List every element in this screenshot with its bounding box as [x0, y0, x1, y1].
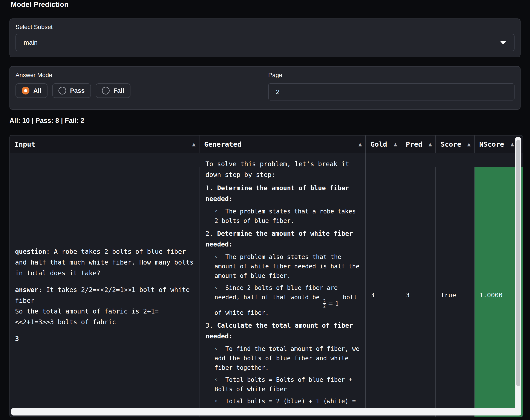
cell-generated[interactable]: To solve this problem, let's break it do… — [199, 153, 366, 409]
sort-asc-icon: ▲ — [428, 142, 432, 147]
cell-score[interactable]: True — [436, 167, 474, 417]
column-header-gold[interactable]: Gold ▲ — [366, 136, 401, 153]
paragraph: 2. Determine the amount of white fiber n… — [206, 228, 361, 250]
gold-value: 3 — [370, 290, 401, 301]
answer-mode-radio-row: All Pass Fail — [15, 83, 262, 98]
score-value: True — [441, 290, 474, 301]
radio-option-fail[interactable]: Fail — [96, 83, 131, 98]
text: To solve this problem, let's break it do… — [206, 160, 353, 178]
paragraph: answer: It takes 2/2=<<2/2=1>>1 bolt of … — [15, 284, 195, 327]
column-header-label: Score — [441, 140, 461, 148]
radio-selected-icon — [22, 87, 29, 95]
sort-asc-icon: ▲ — [192, 142, 196, 147]
vertical-scrollbar-track[interactable] — [515, 137, 521, 416]
column-header-label: Gold — [370, 140, 387, 148]
cell-gold[interactable]: 3 — [366, 167, 401, 417]
bullet-item: ◦ Total bolts = 2 (blue) + 1 (white) = 3… — [215, 397, 361, 409]
bullet-icon: ◦ — [215, 253, 225, 260]
vertical-scrollbar-thumb[interactable] — [516, 140, 520, 386]
bold-text: Determine the amount of blue fiber neede… — [206, 184, 353, 202]
page-input[interactable] — [268, 83, 515, 100]
page-title: Model Prediction — [11, 0, 69, 9]
radio-option-label: Pass — [70, 87, 85, 94]
bold-text: question — [15, 248, 46, 255]
controls-panel: Answer Mode All Pass Fail Page — [9, 66, 521, 110]
subset-label: Select Subset — [15, 24, 515, 30]
sort-asc-icon: ▲ — [394, 142, 397, 147]
page-label: Page — [268, 72, 515, 79]
bullet-icon: ◦ — [215, 284, 225, 291]
radio-unselected-icon — [59, 87, 66, 95]
paragraph: 3. Calculate the total amount of fiber n… — [206, 320, 361, 342]
bold-text: 3 — [15, 335, 19, 342]
bullet-item: ◦ Since 2 bolts of blue fiber are needed… — [215, 283, 361, 318]
paragraph: 1. Determine the amount of blue fiber ne… — [206, 183, 361, 204]
cell-pred[interactable]: 3 — [401, 167, 436, 417]
table-row: question: A robe takes 2 bolts of blue f… — [10, 153, 523, 409]
radio-option-label: Fail — [114, 87, 124, 94]
pred-value: 3 — [406, 290, 435, 301]
chevron-down-icon — [500, 41, 506, 44]
text: The problem also states that the amount … — [215, 253, 363, 279]
bullet-item: ◦ The problem also states that the amoun… — [215, 252, 361, 281]
text: 2. — [206, 230, 217, 237]
text: Total bolts = Bolts of blue fiber + Bolt… — [215, 376, 356, 393]
subset-panel: Select Subset main — [9, 18, 521, 57]
column-header-label: Input — [15, 140, 35, 148]
bullet-icon: ◦ — [215, 345, 225, 352]
cell-input[interactable]: question: A robe takes 2 bolts of blue f… — [10, 167, 199, 417]
sort-asc-icon: ▲ — [511, 142, 514, 147]
text: : It takes 2/2=<<2/2=1>>1 bolt of white … — [15, 286, 194, 326]
radio-option-label: All — [33, 87, 41, 94]
horizontal-scrollbar-track[interactable] — [11, 408, 521, 416]
radio-option-all[interactable]: All — [15, 83, 47, 98]
bold-text: Calculate the total amount of fiber need… — [206, 322, 357, 340]
stats-line: All: 10 | Pass: 8 | Fail: 2 — [9, 117, 84, 125]
paragraph: 3 — [15, 334, 195, 344]
bullet-item: ◦ The problem states that a robe takes 2… — [215, 207, 361, 226]
bold-text: Determine the amount of white fiber need… — [206, 230, 357, 248]
answer-mode-label: Answer Mode — [15, 72, 262, 79]
bullet-item: ◦ Total bolts = Bolts of blue fiber + Bo… — [215, 375, 361, 394]
table-header-row: Input ▲ Generated ▲ Gold ▲ Pred ▲ Score … — [10, 136, 523, 153]
text: 1. — [206, 184, 217, 192]
sort-asc-icon: ▲ — [358, 142, 362, 147]
subset-select[interactable]: main — [15, 34, 515, 51]
text: To find the total amount of fiber, we ad… — [215, 345, 363, 371]
page-group: Page — [268, 72, 515, 104]
column-header-input[interactable]: Input ▲ — [10, 136, 199, 153]
bold-text: answer — [15, 286, 38, 294]
math-fraction: 22= 1 — [323, 299, 339, 308]
text: The problem states that a robe takes 2 b… — [215, 208, 359, 224]
radio-unselected-icon — [102, 87, 110, 95]
bullet-icon: ◦ — [215, 398, 225, 405]
column-header-label: NScore — [479, 140, 504, 148]
column-header-generated[interactable]: Generated ▲ — [199, 136, 366, 153]
text: Total bolts = 2 (blue) + 1 (white) = 3 b… — [215, 398, 359, 409]
bullet-item: ◦ To find the total amount of fiber, we … — [215, 344, 361, 373]
paragraph: question: A robe takes 2 bolts of blue f… — [15, 246, 195, 279]
column-header-label: Generated — [204, 140, 241, 148]
bullet-icon: ◦ — [215, 208, 225, 215]
answer-mode-group: Answer Mode All Pass Fail — [15, 72, 262, 104]
text: Since 2 bolts of blue fiber are needed, … — [215, 284, 341, 301]
column-header-score[interactable]: Score ▲ — [436, 136, 474, 153]
sort-asc-icon: ▲ — [467, 142, 471, 147]
column-header-label: Pred — [406, 140, 422, 148]
radio-option-pass[interactable]: Pass — [52, 83, 91, 98]
column-header-pred[interactable]: Pred ▲ — [401, 136, 436, 153]
subset-select-value: main — [24, 39, 38, 46]
paragraph: To solve this problem, let's break it do… — [206, 159, 361, 180]
results-table: Input ▲ Generated ▲ Gold ▲ Pred ▲ Score … — [9, 135, 523, 417]
bullet-icon: ◦ — [215, 376, 225, 383]
text: 3. — [206, 322, 217, 329]
